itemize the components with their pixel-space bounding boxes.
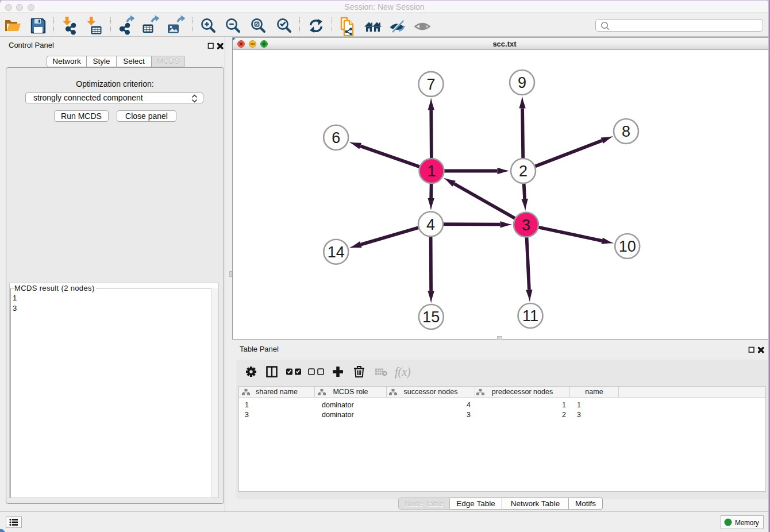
svg-text:9: 9 [518, 74, 526, 91]
svg-text:10: 10 [619, 238, 636, 255]
svg-text:11: 11 [522, 307, 538, 325]
svg-text:6: 6 [332, 129, 340, 147]
svg-text:f(x): f(x) [395, 365, 411, 379]
svg-text:14: 14 [328, 244, 345, 261]
svg-text:1: 1 [427, 163, 436, 180]
svg-text:8: 8 [622, 123, 630, 140]
svg-text:4: 4 [426, 216, 435, 233]
svg-text:3: 3 [522, 217, 530, 234]
svg-text:2: 2 [519, 163, 528, 180]
svg-text:15: 15 [422, 309, 440, 326]
svg-text:7: 7 [426, 76, 435, 93]
